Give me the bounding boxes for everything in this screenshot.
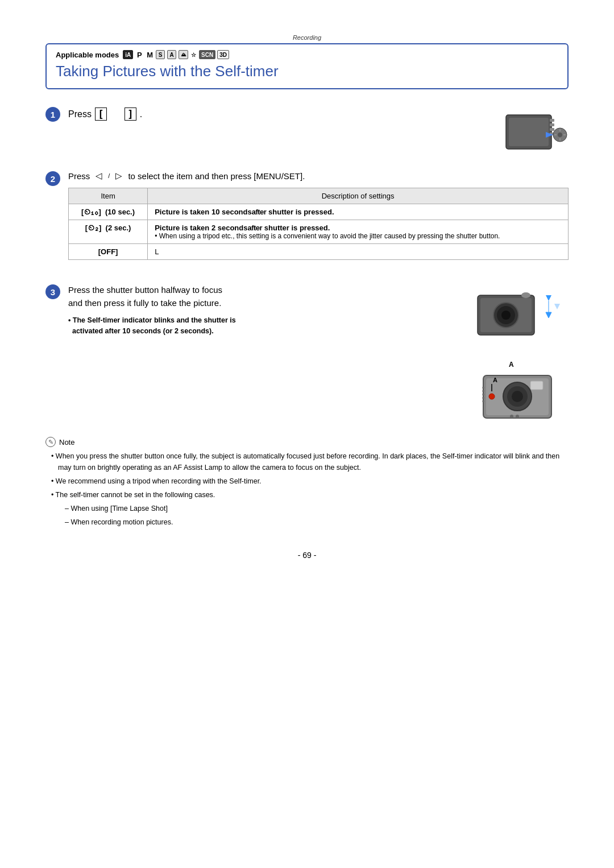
mode-a: A — [167, 50, 176, 59]
desc-2sec: Picture is taken 2 secondsafter shutter … — [148, 220, 569, 244]
camera-top-illustration — [503, 106, 569, 158]
step2-row: 2 Press ◁ / ▷ to select the item and the… — [45, 171, 569, 271]
step1-period: . — [140, 109, 142, 119]
step2-press: Press — [68, 171, 90, 181]
camera-bottom-container: A — [480, 361, 554, 425]
item-2sec: [⏲₂] (2 sec.) — [69, 220, 148, 244]
camera-front-illustration: A — [480, 370, 554, 424]
step2-badge: 2 — [45, 171, 60, 186]
step2-slash: / — [108, 172, 110, 179]
step1-row: 1 Press [ ] . — [45, 106, 569, 158]
page-container: Recording Applicable modes iA P M S A ⛰ … — [0, 0, 614, 868]
note-bullet-4: – When using [Time Lapse Shot] — [51, 503, 569, 514]
desc-10sec: Picture is taken 10 secondsafter shutter… — [148, 204, 569, 220]
step2-instruction: to select the item and then press [MENU/… — [128, 171, 305, 181]
svg-text:A: A — [493, 377, 497, 383]
step1-left: 1 Press [ ] . — [45, 106, 142, 122]
step2-arrow-left: ◁ — [96, 171, 102, 181]
svg-point-7 — [558, 133, 562, 137]
svg-rect-2 — [550, 119, 554, 122]
label-a: A — [509, 361, 554, 369]
settings-table: Item Description of settings [⏲₁₀] (10 s… — [68, 188, 569, 260]
item-off: [OFF] — [69, 244, 148, 260]
mode-p: P — [135, 50, 144, 59]
step1-text: Press [ ] . — [68, 108, 142, 121]
applicable-modes-label: Applicable modes — [56, 51, 119, 59]
note-bullets: • When you press the shutter button once… — [45, 450, 569, 528]
step3-text-block: Press the shutter button halfway to focu… — [68, 284, 466, 337]
svg-rect-24 — [530, 381, 543, 390]
col-item: Item — [69, 188, 148, 204]
step3-left: 3 Press the shutter button halfway to fo… — [45, 284, 466, 337]
note-bullet-5: – When recording motion pictures. — [51, 516, 569, 528]
desc-off: L — [148, 244, 569, 260]
camera-images-right: A — [466, 284, 569, 425]
note-bullet-1: • When you press the shutter button once… — [51, 450, 569, 473]
section-label: Recording — [45, 34, 569, 41]
mode-scn: SCN — [199, 50, 215, 59]
step1-space — [110, 109, 121, 119]
table-row-off: [OFF] L — [69, 244, 569, 260]
note-section: ✎ Note • When you press the shutter butt… — [45, 437, 569, 528]
svg-point-22 — [512, 391, 523, 402]
mode-pict: ⛰ — [179, 50, 188, 59]
mode-3d: 3D — [217, 50, 229, 59]
col-description: Description of settings — [148, 188, 569, 204]
mode-s: S — [156, 50, 165, 59]
svg-rect-1 — [509, 118, 549, 146]
note-icon: ✎ — [45, 437, 56, 447]
step2-text: Press ◁ / ▷ to select the item and then … — [68, 171, 569, 181]
camera-top-svg — [503, 106, 569, 156]
mode-m: M — [147, 51, 153, 59]
shutter-illustration — [472, 284, 563, 349]
svg-rect-4 — [550, 128, 554, 131]
step2-content: Press ◁ / ▷ to select the item and then … — [68, 171, 569, 271]
step3-badge: 3 — [45, 284, 60, 299]
page-number: - 69 - — [45, 551, 569, 560]
table-row-2sec: [⏲₂] (2 sec.) Picture is taken 2 seconds… — [69, 220, 569, 244]
note-bullet-3: • The self-timer cannot be set in the fo… — [51, 489, 569, 501]
svg-point-17 — [521, 292, 530, 298]
step3-main: Press the shutter button halfway to focu… — [68, 284, 466, 309]
item-10sec: [⏲₁₀] (10 sec.) — [69, 204, 148, 220]
svg-point-23 — [489, 394, 495, 399]
svg-point-27 — [516, 415, 519, 418]
svg-point-26 — [510, 415, 513, 418]
step3-note: • The Self-timer indicator blinks and th… — [68, 315, 466, 337]
note-label: Note — [59, 438, 74, 447]
svg-point-16 — [501, 311, 511, 320]
table-row-10sec: [⏲₁₀] (10 sec.) Picture is taken 10 seco… — [69, 204, 569, 220]
page-title: Taking Pictures with the Self-timer — [56, 63, 558, 80]
note-bullet-2: • We recommend using a tripod when recor… — [51, 476, 569, 487]
step1-bracket: [ — [95, 108, 107, 121]
mode-sep: ☆ — [191, 52, 196, 58]
step1-badge: 1 — [45, 107, 60, 122]
applicable-modes-row: Applicable modes iA P M S A ⛰ ☆ SCN 3D — [56, 50, 558, 59]
header-box: Applicable modes iA P M S A ⛰ ☆ SCN 3D T… — [45, 43, 569, 89]
step2-arrow-right: ▷ — [115, 171, 122, 181]
svg-rect-3 — [550, 123, 554, 126]
step3-area: 3 Press the shutter button halfway to fo… — [45, 284, 569, 425]
step1-press-label: Press — [68, 109, 92, 119]
note-header: ✎ Note — [45, 437, 569, 447]
mode-ia: iA — [123, 50, 133, 59]
step1-bracket-close: ] — [125, 108, 136, 121]
